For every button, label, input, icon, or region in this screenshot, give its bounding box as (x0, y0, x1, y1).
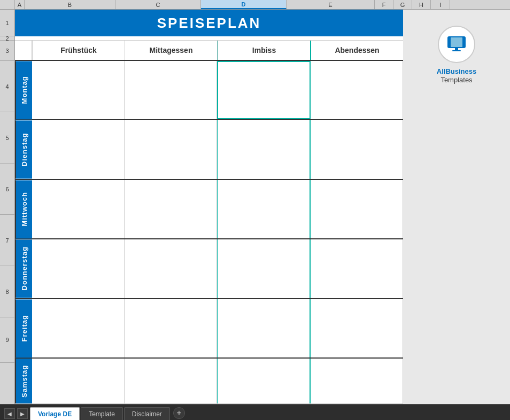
cell-donnerstag-mittagessen[interactable] (125, 239, 217, 298)
cell-donnerstag-abendessen[interactable] (311, 239, 403, 298)
day-row-freitag: Freitag (15, 299, 403, 359)
day-label-donnerstag: Donnerstag (15, 239, 32, 298)
title-row: SPEISEPLAN (15, 10, 403, 36)
col-header-C[interactable]: C (115, 0, 201, 9)
day-row-samstag: Samstag (15, 359, 403, 404)
cell-freitag-mittagessen[interactable] (125, 299, 217, 357)
speiseplan-title: SPEISEPLAN (157, 15, 261, 32)
row-num-3[interactable]: 3 (0, 41, 14, 61)
cell-freitag-fruehstueck[interactable] (32, 299, 125, 357)
right-panel: AllBusiness Templates (403, 10, 510, 404)
col-header-I[interactable]: I (431, 0, 450, 9)
col-header-G[interactable]: G (393, 0, 412, 9)
tab-disclaimer[interactable]: Disclaimer (124, 407, 170, 420)
column-headers: A B C D E F G H I (0, 0, 510, 10)
svg-rect-2 (455, 48, 458, 50)
row-num-4[interactable]: 4 (0, 61, 14, 112)
row-num-2[interactable]: 2 (0, 36, 14, 41)
cell-samstag-abendessen[interactable] (311, 359, 403, 403)
row-num-5[interactable]: 5 (0, 112, 14, 164)
row-num-9[interactable]: 9 (0, 317, 14, 363)
allbusiness-logo-icon (443, 31, 470, 58)
cell-freitag-imbiss[interactable] (217, 299, 311, 357)
cell-samstag-mittagessen[interactable] (125, 359, 217, 403)
spreadsheet-content: SPEISEPLAN Frühstück Mittagessen Imbiss … (15, 10, 403, 404)
header-imbiss: Imbiss (218, 41, 311, 60)
cell-montag-imbiss[interactable] (217, 61, 311, 119)
day-label-mittwoch: Mittwoch (15, 180, 32, 238)
cell-dienstag-abendessen[interactable] (311, 120, 403, 178)
day-row-donnerstag: Donnerstag (15, 239, 403, 299)
sheet-table: SPEISEPLAN Frühstück Mittagessen Imbiss … (15, 10, 403, 404)
row-numbers: 1 2 3 4 5 6 7 8 9 (0, 10, 15, 404)
logo-circle (438, 26, 475, 63)
cell-donnerstag-fruehstueck[interactable] (32, 239, 125, 298)
row-num-8[interactable]: 8 (0, 266, 14, 317)
header-abendessen: Abendessen (311, 41, 403, 60)
row-num-1[interactable]: 1 (0, 10, 14, 36)
header-mittagessen: Mittagessen (125, 41, 218, 60)
cell-mittwoch-imbiss[interactable] (217, 180, 311, 238)
cell-dienstag-fruehstueck[interactable] (32, 120, 125, 178)
day-row-montag: Montag (15, 61, 403, 120)
col-header-H[interactable]: H (412, 0, 431, 9)
row-2 (15, 36, 403, 41)
day-label-dienstag: Dienstag (15, 120, 32, 178)
cell-mittwoch-abendessen[interactable] (311, 180, 403, 238)
cell-montag-mittagessen[interactable] (125, 61, 217, 119)
row-num-7[interactable]: 7 (0, 215, 14, 266)
add-sheet-button[interactable]: + (173, 407, 185, 419)
main-area: 1 2 3 4 5 6 7 8 9 SPEISEPLAN Frü (0, 10, 510, 404)
cell-samstag-imbiss[interactable] (217, 359, 311, 403)
tab-template[interactable]: Template (81, 407, 123, 420)
tab-vorlage-de[interactable]: Vorlage DE (30, 407, 80, 420)
row-num-6[interactable]: 6 (0, 164, 14, 215)
col-header-A[interactable]: A (15, 0, 25, 9)
cell-dienstag-imbiss[interactable] (217, 120, 311, 178)
day-row-mittwoch: Mittwoch (15, 180, 403, 239)
tab-nav-prev[interactable]: ◀ (4, 408, 15, 419)
tab-bar: ◀ ▶ Vorlage DE Template Disclaimer + (0, 404, 510, 420)
cell-donnerstag-imbiss[interactable] (217, 239, 311, 298)
cell-montag-abendessen[interactable] (311, 61, 403, 119)
col-header-F[interactable]: F (375, 0, 393, 9)
col-header-E[interactable]: E (287, 0, 375, 9)
meal-header-row: Frühstück Mittagessen Imbiss Abendessen (15, 41, 403, 61)
day-label-spacer (15, 41, 32, 60)
cell-mittwoch-mittagessen[interactable] (125, 180, 217, 238)
cell-mittwoch-fruehstueck[interactable] (32, 180, 125, 238)
day-label-freitag: Freitag (15, 299, 32, 357)
logo-label-line2: Templates (441, 76, 472, 84)
col-header-D[interactable]: D (201, 0, 287, 9)
cell-freitag-abendessen[interactable] (311, 299, 403, 357)
day-rows: Montag Dienstag (15, 61, 403, 404)
day-label-samstag: Samstag (15, 359, 32, 403)
col-header-spacer (0, 0, 15, 9)
logo-label-line1: AllBusiness (437, 67, 476, 76)
cell-dienstag-mittagessen[interactable] (125, 120, 217, 178)
tab-nav-next[interactable]: ▶ (17, 408, 28, 419)
spreadsheet-wrapper: A B C D E F G H I 1 2 3 4 5 6 7 8 9 (0, 0, 510, 404)
svg-rect-3 (452, 50, 461, 51)
header-fruehstueck: Frühstück (32, 41, 125, 60)
day-row-dienstag: Dienstag (15, 120, 403, 180)
day-label-montag: Montag (15, 61, 32, 119)
col-header-B[interactable]: B (25, 0, 115, 9)
svg-rect-1 (451, 37, 462, 47)
cell-samstag-fruehstueck[interactable] (32, 359, 125, 403)
cell-montag-fruehstueck[interactable] (32, 61, 125, 119)
